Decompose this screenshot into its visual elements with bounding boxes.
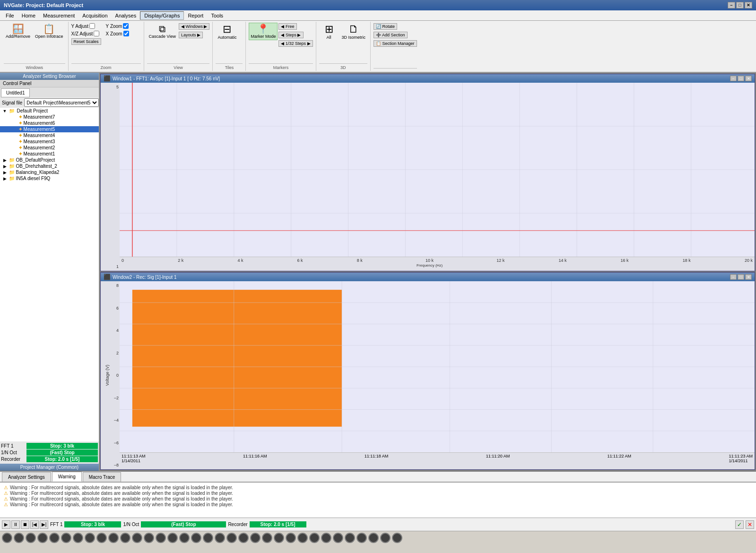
recorder-bottom-group: Recorder Stop: 2.0 s [1/5] bbox=[228, 521, 306, 527]
indicator-dot-2 bbox=[26, 533, 36, 543]
menu-acquisition[interactable]: Acquisition bbox=[78, 12, 111, 19]
add-remove-button[interactable]: 🪟 Add/Remove bbox=[4, 23, 32, 40]
cancel-button[interactable]: ✕ bbox=[746, 520, 754, 529]
menu-home[interactable]: Home bbox=[18, 12, 39, 19]
open-infotrace-button[interactable]: 📋 Open Infotrace bbox=[33, 23, 65, 40]
tree-item-default-project[interactable]: ▼ 📁 Default Project bbox=[0, 108, 99, 114]
cascade-view-button[interactable]: ⧉ Cascade View bbox=[147, 23, 178, 40]
graph2-close[interactable]: ✕ bbox=[745, 274, 752, 280]
skip-fwd-button[interactable]: ▶| bbox=[40, 520, 48, 529]
rotate-button[interactable]: 🔄 Rotate bbox=[374, 23, 397, 30]
tab-warning[interactable]: Warning bbox=[52, 472, 82, 482]
graph1-minimize[interactable]: − bbox=[730, 76, 737, 81]
menu-measurement[interactable]: Measurement bbox=[39, 12, 78, 19]
half-steps-btn[interactable]: ◀ 1/32 Steps ▶ bbox=[278, 40, 313, 47]
warning-3: Warning : For multirecord signals, absol… bbox=[4, 502, 752, 507]
menu-analyses[interactable]: Analyses bbox=[112, 12, 140, 19]
menu-bar: File Home Measurement Acquisition Analys… bbox=[0, 10, 756, 21]
3d-isometric-button[interactable]: 🗋 3D Isometric bbox=[340, 23, 368, 41]
tree-item-measurement3[interactable]: ✦ Measurement3 bbox=[0, 138, 99, 145]
tree-item-insa[interactable]: ▶ 📁 IN5A diesel F9Q bbox=[0, 175, 99, 181]
menu-file[interactable]: File bbox=[2, 12, 18, 19]
status-bottom: FFT 1 Stop: 3 blk 1/N Oct (Fast) Stop Re… bbox=[0, 441, 99, 464]
indicator-dot-8 bbox=[96, 533, 107, 543]
tree-item-balancing[interactable]: ▶ 📁 Balancing_Klapeda2 bbox=[0, 169, 99, 175]
tree-item-measurement6[interactable]: ✦ Measurement6 bbox=[0, 120, 99, 126]
reset-scales-button[interactable]: Reset Scales bbox=[71, 38, 101, 45]
indicator-dot-23 bbox=[274, 533, 284, 543]
indicator-dot-19 bbox=[226, 533, 237, 543]
menu-report[interactable]: Report bbox=[184, 12, 207, 19]
graph2-minimize[interactable]: − bbox=[730, 274, 737, 280]
recorder-bottom-label: Recorder bbox=[228, 522, 247, 527]
indicator-dot-26 bbox=[309, 533, 320, 543]
tree-item-measurement7[interactable]: ✦ Measurement7 bbox=[0, 114, 99, 120]
graph2-title: Window2 - Rec: Sig [1]-Input 1 bbox=[113, 275, 177, 280]
3d-buttons: ⊞ All 🗋 3D Isometric bbox=[319, 23, 368, 63]
indicator-dot-3 bbox=[37, 533, 48, 543]
graph1-maximize[interactable]: □ bbox=[738, 76, 744, 81]
add-section-row: ➕ Add Section bbox=[374, 31, 417, 39]
pause-button[interactable]: ⏸ bbox=[11, 520, 20, 529]
add-section-button[interactable]: ➕ Add Section bbox=[374, 32, 408, 38]
warning-2: Warning : For multirecord signals, absol… bbox=[4, 496, 752, 501]
title-bar: NVGate: Project: Default Project − □ ✕ bbox=[0, 0, 756, 10]
signal-file-label: Signal file bbox=[2, 100, 22, 105]
layouts-btn[interactable]: Layouts ▶ bbox=[179, 32, 203, 38]
all-button[interactable]: ⊞ All bbox=[319, 23, 339, 41]
markers-buttons: 📍 Marker Mode ◀ Free ◀ Steps ▶ ◀ 1/32 St… bbox=[249, 23, 313, 63]
x-zoom-check[interactable] bbox=[123, 31, 129, 36]
graph1-close[interactable]: ✕ bbox=[745, 76, 752, 81]
signal-file-select[interactable]: Default Project\Measurement5 bbox=[24, 98, 99, 107]
indicator-dot-17 bbox=[203, 533, 213, 543]
control-panel-label: Control Panel bbox=[0, 80, 99, 87]
tab-analyzer-settings[interactable]: Analyzer Settings bbox=[2, 472, 51, 482]
graph1-plot bbox=[120, 83, 755, 257]
minimize-button[interactable]: − bbox=[728, 2, 735, 9]
expand-default-project[interactable]: ▼ bbox=[2, 109, 8, 113]
oct-bottom-label: 1/N Oct bbox=[123, 522, 139, 527]
marker-mode-button[interactable]: 📍 Marker Mode bbox=[249, 23, 278, 40]
tree-item-measurement4[interactable]: ✦ Measurement4 bbox=[0, 132, 99, 138]
y-zoom-check[interactable] bbox=[123, 23, 129, 29]
graph1-x-axis: 0 2 k 4 k 6 k 8 k 10 kFrequency (Hz) 12 … bbox=[120, 257, 755, 271]
tree-item-measurement5[interactable]: ✦ Measurement5 bbox=[0, 126, 99, 132]
fft-bottom-group: FFT 1 Stop: 3 blk bbox=[50, 521, 121, 527]
tree-container[interactable]: ▼ 📁 Default Project ✦ Measurement7 ✦ Mea… bbox=[0, 108, 99, 441]
confirm-button[interactable]: ✓ bbox=[735, 520, 744, 529]
automatic-button[interactable]: ⊟ Automatic bbox=[216, 23, 238, 41]
play-button[interactable]: ▶ bbox=[2, 520, 10, 529]
y-adjust-check[interactable] bbox=[89, 23, 95, 29]
stop-button[interactable]: ⏹ bbox=[21, 520, 29, 529]
menu-display-graphs[interactable]: Display/Graphs bbox=[140, 11, 184, 20]
toolbar-section-zoom: Y Adjust X/Z Adjust Reset Scales Y Zoom … bbox=[69, 22, 144, 71]
graph2-signal-fill bbox=[132, 290, 342, 427]
graph2-plot bbox=[120, 281, 755, 452]
menu-tools[interactable]: Tools bbox=[207, 12, 227, 19]
graph1-y-label-5: 5 bbox=[116, 85, 119, 89]
close-button[interactable]: ✕ bbox=[745, 2, 752, 9]
y-zoom-label: Y Zoom bbox=[106, 24, 122, 29]
skip-back-button[interactable]: |◀ bbox=[30, 520, 39, 529]
bottom-status-bar: ▶ ⏸ ⏹ |◀ ▶| FFT 1 Stop: 3 blk 1/N Oct (F… bbox=[0, 518, 756, 531]
graph2-svg bbox=[120, 281, 755, 452]
zoom-label: Zoom bbox=[71, 63, 141, 70]
tree-item-ob-default[interactable]: ▶ 📁 OB_DefaultProject bbox=[0, 157, 99, 163]
maximize-button[interactable]: □ bbox=[736, 2, 744, 9]
right-area: ⬛ Window1 - FFT1: AvSpc [1]-Input 1 [ 0 … bbox=[99, 73, 756, 471]
windows-btn[interactable]: ◀ Windows ▶ bbox=[179, 23, 210, 30]
xz-adjust-check[interactable] bbox=[94, 31, 99, 36]
reset-scales-row[interactable]: Reset Scales bbox=[71, 38, 101, 45]
untitled1-tab[interactable]: Untitled1 bbox=[1, 88, 30, 97]
free-btn[interactable]: ◀ Free bbox=[278, 23, 296, 30]
tree-item-ob-dreh[interactable]: ▶ 📁 OB_Drehzhaltest_2 bbox=[0, 163, 99, 169]
section-manager-button[interactable]: 📋 Section Manager bbox=[374, 40, 417, 47]
free-btn-row: ◀ Free bbox=[278, 23, 313, 30]
tree-item-measurement1[interactable]: ✦ Measurement1 bbox=[0, 151, 99, 157]
layouts-btn-row: Layouts ▶ bbox=[179, 31, 210, 39]
steps-btn[interactable]: ◀ Steps ▶ bbox=[278, 32, 303, 38]
tree-item-measurement2[interactable]: ✦ Measurement2 bbox=[0, 145, 99, 151]
graph2-maximize[interactable]: □ bbox=[738, 274, 744, 280]
tab-macro-trace[interactable]: Macro Trace bbox=[83, 472, 122, 482]
graph1-y-label-1: 1 bbox=[116, 264, 119, 269]
